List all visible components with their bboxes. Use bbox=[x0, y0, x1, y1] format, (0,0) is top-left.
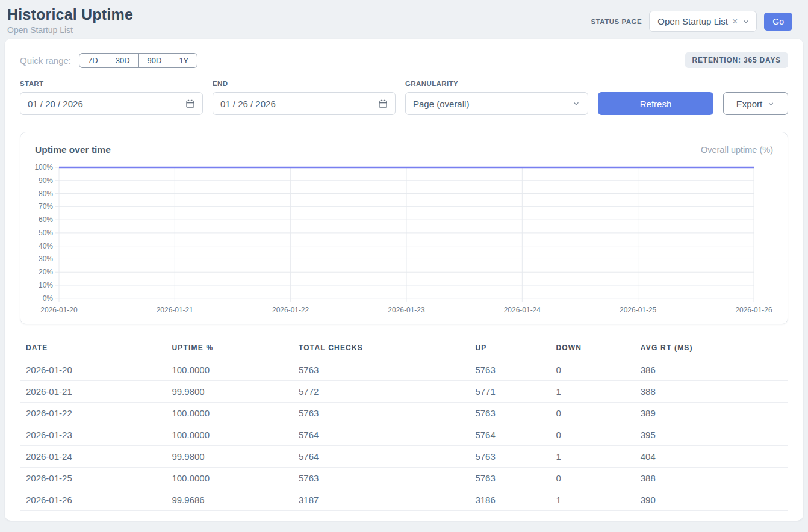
cell-down: 0 bbox=[550, 467, 634, 489]
chevron-down-icon bbox=[742, 17, 750, 26]
cell-date: 2026-01-24 bbox=[20, 445, 166, 467]
cell-total-checks: 5764 bbox=[293, 424, 469, 445]
quick-range-row: Quick range: 7D30D90D1Y RETENTION: 365 D… bbox=[20, 52, 788, 68]
cell-total-checks: 5763 bbox=[293, 467, 469, 489]
refresh-button[interactable]: Refresh bbox=[598, 92, 713, 115]
start-date-input[interactable]: 01 / 20 / 2026 bbox=[20, 92, 203, 115]
y-axis-tick-label: 70% bbox=[39, 202, 53, 211]
daily-stats-table: DATEUPTIME %TOTAL CHECKSUPDOWNAVG RT (MS… bbox=[20, 340, 788, 511]
uptime-line-chart: 0%10%20%30%40%50%60%70%80%90%100%2026-01… bbox=[35, 162, 773, 317]
filter-row: START 01 / 20 / 2026 END 01 / 26 / 2026 … bbox=[20, 80, 788, 115]
table-row: 2026-01-25100.0000576357630388 bbox=[20, 467, 788, 489]
table-row: 2026-01-2199.9800577257711388 bbox=[20, 380, 788, 402]
cell-down: 1 bbox=[550, 489, 634, 510]
x-axis-tick-label: 2026-01-20 bbox=[40, 306, 78, 314]
x-axis-tick-label: 2026-01-22 bbox=[272, 306, 309, 314]
x-axis-tick-label: 2026-01-21 bbox=[157, 306, 194, 314]
end-date-value: 01 / 26 / 2026 bbox=[220, 99, 276, 109]
cell-avg-rt-ms: 404 bbox=[635, 445, 788, 467]
cell-avg-rt-ms: 389 bbox=[635, 402, 788, 424]
cell-date: 2026-01-21 bbox=[20, 380, 166, 402]
x-axis-tick-label: 2026-01-25 bbox=[620, 306, 657, 314]
cell-uptime: 99.9686 bbox=[166, 489, 293, 510]
quick-range-button-90d[interactable]: 90D bbox=[138, 53, 171, 68]
cell-up: 5763 bbox=[469, 445, 550, 467]
end-date-field-group: END 01 / 26 / 2026 bbox=[213, 80, 396, 115]
start-date-label: START bbox=[20, 80, 203, 87]
table-row: 2026-01-2499.9800576457631404 bbox=[20, 445, 788, 467]
cell-down: 1 bbox=[550, 380, 634, 402]
status-page-controls: STATUS PAGE Open Startup List × Go bbox=[591, 11, 793, 32]
end-date-input[interactable]: 01 / 26 / 2026 bbox=[213, 92, 396, 115]
y-axis-tick-label: 20% bbox=[39, 268, 53, 276]
cell-down: 1 bbox=[550, 445, 634, 467]
calendar-icon[interactable] bbox=[378, 99, 388, 108]
cell-total-checks: 5763 bbox=[293, 402, 469, 424]
export-button-label: Export bbox=[736, 99, 762, 109]
cell-uptime: 99.9800 bbox=[166, 380, 293, 402]
start-date-value: 01 / 20 / 2026 bbox=[28, 99, 83, 109]
y-axis-tick-label: 100% bbox=[34, 163, 53, 172]
quick-range-button-30d[interactable]: 30D bbox=[107, 53, 139, 68]
cell-date: 2026-01-25 bbox=[20, 467, 166, 489]
cell-total-checks: 3187 bbox=[293, 489, 469, 510]
cell-up: 5763 bbox=[469, 467, 550, 489]
end-date-label: END bbox=[213, 80, 396, 87]
column-header-avg-rt-ms: AVG RT (MS) bbox=[635, 340, 788, 359]
cell-up: 3186 bbox=[469, 489, 550, 510]
granularity-field-group: GRANULARITY Page (overall) bbox=[405, 80, 588, 115]
cell-avg-rt-ms: 388 bbox=[635, 467, 788, 489]
calendar-icon[interactable] bbox=[185, 99, 195, 108]
quick-range-button-group: 7D30D90D1Y bbox=[79, 53, 197, 68]
cell-uptime: 100.0000 bbox=[166, 467, 293, 489]
cell-total-checks: 5764 bbox=[293, 445, 469, 467]
chart-title: Uptime over time bbox=[35, 144, 111, 155]
y-axis-tick-label: 0% bbox=[43, 294, 54, 303]
daily-stats-table-wrap: DATEUPTIME %TOTAL CHECKSUPDOWNAVG RT (MS… bbox=[20, 340, 788, 513]
table-row: 2026-01-22100.0000576357630389 bbox=[20, 402, 788, 424]
status-page-select[interactable]: Open Startup List × bbox=[649, 11, 757, 32]
export-button[interactable]: Export bbox=[723, 92, 788, 115]
table-row: 2026-01-2699.9686318731861390 bbox=[20, 489, 788, 510]
granularity-select[interactable]: Page (overall) bbox=[405, 92, 588, 115]
x-axis-tick-label: 2026-01-24 bbox=[504, 306, 541, 314]
cell-avg-rt-ms: 386 bbox=[635, 359, 788, 380]
page-subtitle: Open Startup List bbox=[7, 25, 133, 35]
clear-selection-icon[interactable]: × bbox=[732, 17, 738, 26]
uptime-chart-card: Uptime over time Overall uptime (%) 0%10… bbox=[20, 132, 788, 324]
x-axis-tick-label: 2026-01-23 bbox=[388, 306, 425, 314]
chevron-down-icon bbox=[572, 99, 580, 108]
y-axis-tick-label: 30% bbox=[39, 255, 53, 263]
chevron-down-icon bbox=[767, 100, 775, 108]
column-header-date: DATE bbox=[20, 340, 166, 359]
column-header-down: DOWN bbox=[550, 340, 634, 359]
cell-total-checks: 5763 bbox=[293, 359, 469, 380]
cell-date: 2026-01-26 bbox=[20, 489, 166, 510]
granularity-selected-value: Page (overall) bbox=[413, 99, 469, 109]
cell-up: 5771 bbox=[469, 380, 550, 402]
page-title: Historical Uptime bbox=[7, 6, 133, 23]
quick-range-label: Quick range: bbox=[20, 55, 71, 66]
table-header-row: DATEUPTIME %TOTAL CHECKSUPDOWNAVG RT (MS… bbox=[20, 340, 788, 359]
cell-avg-rt-ms: 388 bbox=[635, 380, 788, 402]
table-row: 2026-01-20100.0000576357630386 bbox=[20, 359, 788, 380]
cell-uptime: 100.0000 bbox=[166, 402, 293, 424]
main-panel: Quick range: 7D30D90D1Y RETENTION: 365 D… bbox=[5, 39, 803, 521]
cell-date: 2026-01-22 bbox=[20, 402, 166, 424]
cell-down: 0 bbox=[550, 359, 634, 380]
go-button[interactable]: Go bbox=[764, 13, 792, 31]
top-bar: Historical Uptime Open Startup List STAT… bbox=[0, 0, 808, 39]
chart-header: Uptime over time Overall uptime (%) bbox=[35, 144, 773, 155]
y-axis-tick-label: 40% bbox=[39, 242, 53, 250]
cell-avg-rt-ms: 390 bbox=[635, 489, 788, 510]
status-page-selected-value: Open Startup List bbox=[657, 16, 728, 26]
cell-date: 2026-01-23 bbox=[20, 424, 166, 445]
table-row: 2026-01-23100.0000576457640395 bbox=[20, 424, 788, 445]
quick-range-button-1y[interactable]: 1Y bbox=[170, 53, 197, 68]
cell-down: 0 bbox=[550, 424, 634, 445]
quick-range-button-7d[interactable]: 7D bbox=[79, 53, 107, 68]
cell-date: 2026-01-20 bbox=[20, 359, 166, 380]
title-block: Historical Uptime Open Startup List bbox=[7, 6, 133, 35]
granularity-label: GRANULARITY bbox=[405, 80, 588, 87]
cell-uptime: 100.0000 bbox=[166, 359, 293, 380]
